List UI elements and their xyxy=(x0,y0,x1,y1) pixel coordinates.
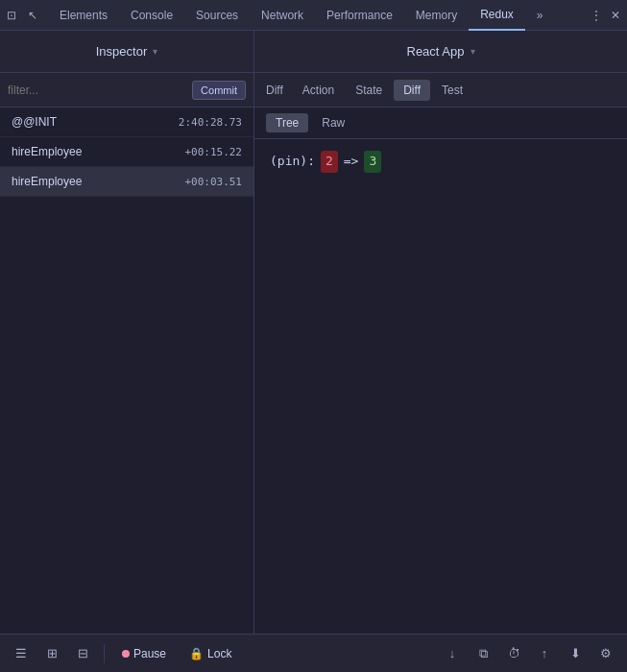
devtools-controls: ⊡ ↖ xyxy=(4,8,40,23)
react-app-title: React App xyxy=(407,44,465,59)
tab-sources[interactable]: Sources xyxy=(184,0,250,31)
diff-old-value: 2 xyxy=(321,151,338,173)
tab-elements[interactable]: Elements xyxy=(48,0,119,31)
diff-view-tabs: Tree Raw xyxy=(254,108,627,139)
pause-label: Pause xyxy=(133,647,166,660)
lock-icon: 🔒 xyxy=(189,647,204,660)
diff-tree-tab[interactable]: Tree xyxy=(266,113,308,132)
lock-button[interactable]: 🔒 Lock xyxy=(180,643,241,664)
copy-icon[interactable]: ⧉ xyxy=(470,640,496,667)
export-icon[interactable]: ⬇ xyxy=(562,640,589,667)
dock-icon[interactable]: ⊡ xyxy=(4,8,19,23)
grid-view-icon[interactable]: ⊞ xyxy=(38,640,65,667)
upload-icon[interactable]: ↑ xyxy=(531,640,558,667)
filter-bar: Commit xyxy=(0,73,254,107)
pause-button[interactable]: Pause xyxy=(112,643,176,664)
commit-item-init[interactable]: @@INIT 2:40:28.73 xyxy=(0,108,253,137)
react-app-header: React App ▾ xyxy=(254,31,627,72)
action-bar: Commit Diff Action State Diff Test xyxy=(0,73,627,108)
commit-name: @@INIT xyxy=(12,115,57,129)
diff-tab-bar: Diff Action State Diff Test xyxy=(254,73,627,107)
close-devtools-icon[interactable]: ✕ xyxy=(608,8,623,23)
tab-action[interactable]: Action xyxy=(293,80,344,101)
download-icon[interactable]: ↓ xyxy=(439,640,466,667)
filter-input[interactable] xyxy=(8,84,186,97)
tab-state[interactable]: State xyxy=(346,80,392,101)
tab-test[interactable]: Test xyxy=(432,80,472,101)
tab-memory[interactable]: Memory xyxy=(404,0,469,31)
diff-line: (pin): 2 => 3 xyxy=(270,151,612,173)
tab-performance[interactable]: Performance xyxy=(315,0,404,31)
commit-time: +00:03.51 xyxy=(184,176,242,188)
pause-indicator xyxy=(122,650,130,658)
inspector-chevron-icon[interactable]: ▾ xyxy=(153,46,157,57)
diff-content: (pin): 2 => 3 xyxy=(254,139,627,634)
timer-icon[interactable]: ⏱ xyxy=(500,640,527,667)
tab-redux[interactable]: Redux xyxy=(469,0,525,31)
diff-panel: Tree Raw (pin): 2 => 3 xyxy=(254,108,627,634)
collapse-icon[interactable]: ⊟ xyxy=(69,640,96,667)
main-content: @@INIT 2:40:28.73 hireEmployee +00:15.22… xyxy=(0,108,627,634)
tab-diff[interactable]: Diff xyxy=(394,80,430,101)
diff-label: Diff xyxy=(266,84,283,97)
commit-time: +00:15.22 xyxy=(184,146,242,158)
settings-icon[interactable]: ⚙ xyxy=(592,640,619,667)
commit-item-hire-1[interactable]: hireEmployee +00:15.22 xyxy=(0,137,253,167)
commit-list: @@INIT 2:40:28.73 hireEmployee +00:15.22… xyxy=(0,108,254,634)
commit-item-hire-2[interactable]: hireEmployee +00:03.51 xyxy=(0,167,253,197)
devtools-tab-bar: ⊡ ↖ Elements Console Sources Network Per… xyxy=(0,0,627,31)
inspect-icon[interactable]: ↖ xyxy=(25,8,40,23)
bottom-toolbar: ☰ ⊞ ⊟ Pause 🔒 Lock ↓ ⧉ ⏱ ↑ ⬇ ⚙ xyxy=(0,634,627,672)
diff-arrow-icon: => xyxy=(344,152,359,172)
commit-time: 2:40:28.73 xyxy=(179,116,242,129)
diff-key: (pin): xyxy=(270,152,315,172)
panel-header: Inspector ▾ React App ▾ xyxy=(0,31,627,73)
inspector-header: Inspector ▾ xyxy=(0,31,254,72)
tab-network[interactable]: Network xyxy=(250,0,315,31)
toolbar-right-actions: ↓ ⧉ ⏱ ↑ ⬇ ⚙ xyxy=(439,640,619,667)
sidebar-toggle-icon[interactable]: ☰ xyxy=(8,640,35,667)
diff-raw-tab[interactable]: Raw xyxy=(312,113,354,132)
commit-name: hireEmployee xyxy=(12,145,82,158)
tab-more[interactable]: » xyxy=(525,0,555,31)
commit-name: hireEmployee xyxy=(12,175,82,188)
lock-label: Lock xyxy=(207,647,231,660)
tab-console[interactable]: Console xyxy=(119,0,184,31)
commit-button[interactable]: Commit xyxy=(192,81,246,100)
more-options-icon[interactable]: ⋮ xyxy=(589,8,604,23)
diff-new-value: 3 xyxy=(364,151,381,173)
inspector-title: Inspector xyxy=(96,44,147,59)
react-app-chevron-icon[interactable]: ▾ xyxy=(470,46,475,57)
toolbar-separator-1 xyxy=(104,644,105,663)
tab-bar-actions: ⋮ ✕ xyxy=(589,8,623,23)
